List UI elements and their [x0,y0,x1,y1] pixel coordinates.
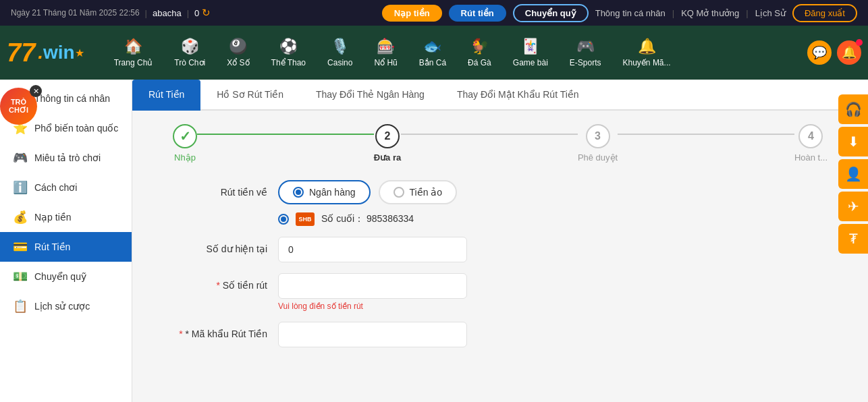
notification-icon[interactable]: 🔔 [837,40,861,65]
so-tien-row: * Số tiền rút Vui lòng điền số tiền rút [159,273,841,311]
nav-game-bai-label: Game bài [513,58,548,67]
logo[interactable]: 77 . win ★ [7,38,84,67]
support-float-button[interactable]: 🎧 [838,94,868,124]
step-3-label: Phê duyệt [578,152,618,163]
nav-casino[interactable]: 🎙️ Casino [318,32,362,73]
kq-mo-thuong-link[interactable]: KQ Mở thưởng [681,8,739,18]
topbar-left: Ngày 21 Tháng 01 Năm 2025 22:56 | abacha… [11,7,374,19]
sidebar-item-mieuta[interactable]: 🎮 Miêu tả trò chơi [0,143,132,173]
profile-float-button[interactable]: 👤 [838,159,868,189]
fish-icon: 🐟 [423,38,441,55]
info-icon: ℹ️ [13,180,28,195]
promo-icon: 🔔 [638,38,656,55]
promo-text: TRÒ CHƠI [9,98,28,115]
payment-method-group: Ngân hàng Tiền ảo [278,180,841,204]
step-1: ✓ Nhập [173,124,197,163]
bank-suffix-value: 985386334 [367,213,414,224]
nav-right: 💬 🔔 [807,40,861,65]
content-area: Rút Tiền Hồ Sơ Rút Tiền Thay Đổi Thẻ Ngâ… [132,80,868,402]
nap-tien-button[interactable]: Nạp tiền [382,5,442,22]
ma-khau-row: * * Mã khẩu Rút Tiền [159,322,841,347]
bank-option[interactable]: SHB Số cuối： 985386334 [278,212,841,226]
tab-ho-so-label: Hồ Sơ Rút Tiền [217,89,283,100]
sidebar-phobien-label: Phổ biến toàn quốc [34,123,118,134]
topbar-date: Ngày 21 Tháng 01 Năm 2025 22:56 [11,8,140,18]
dang-xuat-button[interactable]: Đăng xuất [792,4,857,22]
ngan-hang-label: Ngân hàng [309,187,356,198]
step-1-label: Nhập [174,152,196,163]
step-3: 3 Phê duyệt [578,124,618,163]
sep2: | [746,8,748,18]
deposit-icon: 💰 [13,210,28,225]
ngan-hang-radio-dot [293,187,304,198]
tien-ao-radio-dot [394,187,404,198]
topbar-username: abacha [153,8,182,18]
chuyen-quy-button[interactable]: Chuyển quỹ [513,4,589,22]
nav-esports[interactable]: 🎮 E-Sports [560,32,611,73]
nav-trang-chu[interactable]: 🏠 Trang Chủ [105,32,163,73]
step-2: 2 Đưa ra [374,124,402,163]
download-float-button[interactable]: ⬇ [838,127,868,156]
tab-rut-tien[interactable]: Rút Tiền [132,80,200,111]
transfer-icon: 💵 [13,269,28,284]
nav-da-ga-label: Đá Gà [468,58,491,67]
nav-khuyen-ma-label: Khuyến Mã... [623,58,671,67]
steps-wrapper: ✓ Nhập 2 Đưa ra 3 Phê duyệt 4 Hoàn t... [132,111,868,169]
nav-no-hu-label: Nổ Hũ [374,58,397,67]
casino-icon: 🎙️ [331,38,349,55]
nav-tro-choi[interactable]: 🎲 Trò Chơi [165,32,215,73]
nav-the-thao[interactable]: ⚽ Thể Thao [262,32,315,73]
nav-ban-ca[interactable]: 🐟 Bắn Cá [410,32,456,73]
rooster-icon: 🐓 [470,38,489,55]
step-4-circle: 4 [798,124,823,148]
nav-xo-so[interactable]: 🎱 Xổ Số [217,32,259,73]
sidebar-item-chuyenquy[interactable]: 💵 Chuyển quỹ [0,262,132,291]
balance-amount: 0 [194,8,199,18]
refresh-icon[interactable]: ↻ [202,7,211,19]
sidebar-ruttien-label: Rút Tiền [34,241,70,252]
close-bubble-button[interactable]: ✕ [30,85,42,97]
thong-tin-link[interactable]: Thông tin cá nhân [595,8,666,18]
so-tien-input[interactable] [278,273,467,299]
rut-tien-ve-label: Rút tiền về [159,180,267,198]
logo-dot: . [38,42,43,63]
tien-ao-radio[interactable]: Tiền ảo [379,180,458,204]
bank-suffix-label: Số cuối： 985386334 [321,213,414,225]
ma-khau-label-text: * Mã khẩu Rút Tiền [186,328,268,339]
topbar-balance: 0 ↻ [194,7,211,19]
sep1: | [672,8,674,18]
so-tien-error: Vui lòng điền số tiền rút [278,302,841,311]
so-du-input[interactable] [278,237,467,262]
sidebar-item-ruttien[interactable]: 💳 Rút Tiền [0,232,132,262]
sidebar-cachchoi-label: Cách chơi [34,182,77,193]
nav-trang-chu-label: Trang Chủ [114,58,153,67]
rut-tien-button[interactable]: Rút tiền [449,5,506,22]
lich-su-link[interactable]: Lịch Sử [755,8,786,18]
topbar-right: Nạp tiền Rút tiền Chuyển quỹ Thông tin c… [382,4,857,22]
tab-thay-doi-mk-label: Thay Đổi Mật Khẩu Rút Tiền [457,89,579,100]
sports-icon: ⚽ [279,38,298,55]
tab-thay-doi-the-label: Thay Đổi Thẻ Ngân Hàng [316,89,425,100]
sidebar-chuyenquy-label: Chuyển quỹ [34,271,86,282]
chat-icon[interactable]: 💬 [807,40,832,65]
tab-ho-so-rut-tien[interactable]: Hồ Sơ Rút Tiền [200,80,300,111]
nav-game-bai[interactable]: 🃏 Game bài [504,32,558,73]
sidebar-item-naptien[interactable]: 💰 Nạp tiền [0,202,132,232]
sidebar-item-lichsu[interactable]: 📋 Lịch sử cược [0,291,132,321]
nav-no-hu[interactable]: 🎰 Nổ Hũ [364,32,406,73]
step-connector-1 [197,134,374,135]
nav-khuyen-ma[interactable]: 🔔 Khuyến Mã... [614,32,680,73]
ma-khau-input[interactable] [278,322,467,347]
nav-da-ga[interactable]: 🐓 Đá Gà [458,32,501,73]
currency-float-button[interactable]: ₮ [838,224,868,254]
cards-icon: 🃏 [521,38,539,55]
telegram-float-button[interactable]: ✈ [838,192,868,221]
nav-xo-so-label: Xổ Số [227,58,249,67]
dice-icon: 🎲 [181,38,199,55]
ngan-hang-radio[interactable]: Ngân hàng [278,180,371,204]
topbar: Ngày 21 Tháng 01 Năm 2025 22:56 | abacha… [0,0,868,26]
sidebar-naptien-label: Nạp tiền [34,212,72,223]
tab-thay-doi-the[interactable]: Thay Đổi Thẻ Ngân Hàng [300,80,441,111]
tab-thay-doi-mat-khau[interactable]: Thay Đổi Mật Khẩu Rút Tiền [441,80,595,111]
sidebar-item-cachchoi[interactable]: ℹ️ Cách chơi [0,173,132,202]
